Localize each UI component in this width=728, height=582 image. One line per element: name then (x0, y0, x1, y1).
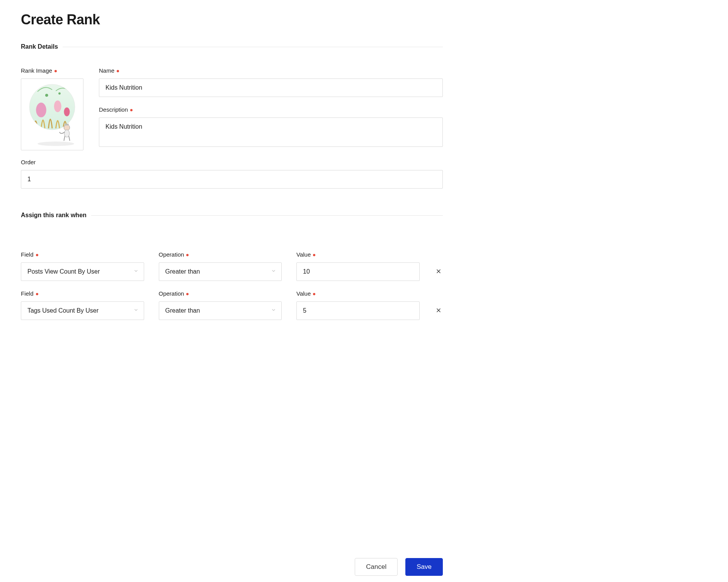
required-indicator (313, 254, 315, 256)
name-input[interactable] (99, 78, 443, 97)
label-name-text: Name (99, 67, 114, 74)
close-icon (435, 268, 442, 275)
label-operation-text: Operation (159, 290, 184, 297)
svg-point-4 (64, 107, 70, 116)
section-header-rank-details: Rank Details (21, 43, 443, 50)
label-rank-image-text: Rank Image (21, 67, 52, 74)
rule-row: Field Posts View Count By User Operation… (21, 251, 443, 281)
rank-image-upload[interactable] (21, 78, 83, 150)
label-value: Value (296, 290, 420, 297)
remove-rule-button[interactable] (434, 262, 443, 281)
label-order-text: Order (21, 159, 36, 165)
label-value-text: Value (296, 290, 311, 297)
required-indicator (36, 254, 38, 256)
required-indicator (36, 293, 38, 295)
svg-point-2 (36, 103, 46, 117)
required-indicator (54, 70, 57, 72)
label-operation: Operation (159, 251, 282, 258)
svg-point-6 (58, 92, 61, 95)
label-name: Name (99, 67, 443, 74)
required-indicator (117, 70, 119, 72)
label-value-text: Value (296, 251, 311, 258)
svg-point-10 (37, 141, 74, 146)
value-input[interactable] (296, 262, 420, 281)
order-input[interactable] (21, 170, 443, 189)
label-order: Order (21, 159, 443, 165)
label-field: Field (21, 290, 144, 297)
page-title: Create Rank (21, 12, 443, 28)
required-indicator (186, 293, 189, 295)
section-title-rank-details: Rank Details (21, 43, 63, 50)
field-select[interactable]: Posts View Count By User (21, 262, 144, 281)
svg-point-3 (54, 100, 61, 112)
label-operation-text: Operation (159, 251, 184, 258)
description-input[interactable]: Kids Nutrition (99, 117, 443, 147)
remove-rule-button[interactable] (434, 301, 443, 320)
section-header-assign: Assign this rank when (21, 212, 443, 219)
label-rank-image: Rank Image (21, 67, 83, 74)
close-icon (435, 307, 442, 314)
label-field-text: Field (21, 290, 34, 297)
svg-point-5 (45, 94, 48, 97)
label-operation: Operation (159, 290, 282, 297)
rank-image-preview (23, 80, 82, 149)
required-indicator (130, 109, 133, 111)
rule-row: Field Tags Used Count By User Operation … (21, 290, 443, 320)
svg-point-9 (64, 130, 69, 137)
label-description: Description (99, 106, 443, 113)
required-indicator (313, 293, 315, 295)
field-select[interactable]: Tags Used Count By User (21, 301, 144, 320)
operation-select[interactable]: Greater than (159, 301, 282, 320)
divider (91, 215, 443, 216)
label-field-text: Field (21, 251, 34, 258)
label-description-text: Description (99, 106, 128, 113)
section-title-assign: Assign this rank when (21, 212, 91, 219)
value-input[interactable] (296, 301, 420, 320)
operation-select[interactable]: Greater than (159, 262, 282, 281)
label-value: Value (296, 251, 420, 258)
divider (63, 47, 443, 47)
label-field: Field (21, 251, 144, 258)
required-indicator (186, 254, 189, 256)
